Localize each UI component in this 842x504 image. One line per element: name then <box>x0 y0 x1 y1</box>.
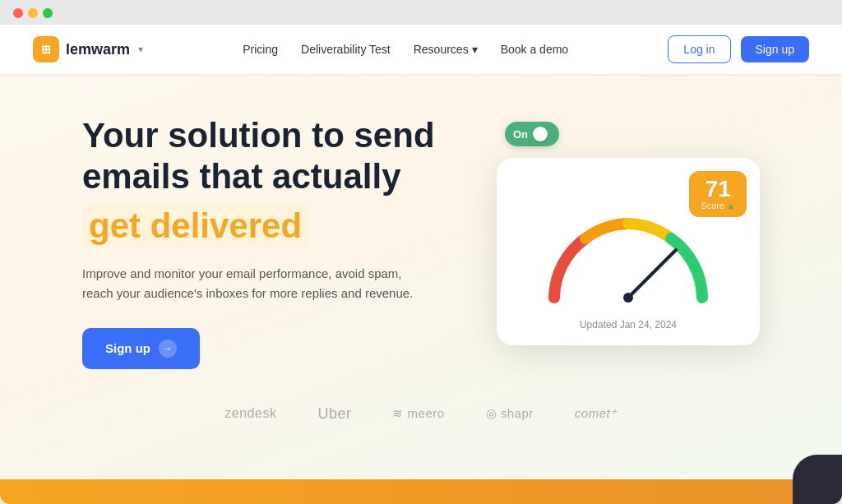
traffic-light-fullscreen[interactable] <box>43 8 53 18</box>
browser-content: ⊞ lemwarm ▾ Pricing Deliverability Test … <box>0 25 842 504</box>
score-trend-icon: ▲ <box>727 201 735 210</box>
hero-highlight: get delivered <box>82 205 308 247</box>
hero-right: On 71 Score ▲ <box>497 138 760 345</box>
brand-zendesk: zendesk <box>224 406 276 421</box>
toggle-label: On <box>513 128 528 141</box>
svg-point-1 <box>623 293 633 303</box>
logo-chevron-icon: ▾ <box>138 44 143 55</box>
bottom-decoration <box>0 479 842 504</box>
logo-text: lemwarm <box>66 41 130 58</box>
score-label: Score ▲ <box>701 201 735 210</box>
nav-link-book-demo[interactable]: Book a demo <box>501 43 569 56</box>
nav-link-resources[interactable]: Resources ▾ <box>414 43 478 56</box>
browser-chrome <box>0 0 842 25</box>
signup-hero-button[interactable]: Sign up → <box>82 328 200 369</box>
brand-meero: ≋ meero <box>392 406 444 421</box>
nav-link-deliverability[interactable]: Deliverability Test <box>301 43 391 56</box>
hero-left: Your solution to send emails that actual… <box>82 115 464 369</box>
browser-window: ⊞ lemwarm ▾ Pricing Deliverability Test … <box>0 0 842 504</box>
hero-title: Your solution to send emails that actual… <box>82 115 464 198</box>
brand-uber: Uber <box>317 405 351 423</box>
toggle-pill[interactable]: On <box>505 122 559 146</box>
signup-nav-button[interactable]: Sign up <box>741 36 809 62</box>
bottom-decoration-right <box>793 455 842 504</box>
brand-comet: comet⁺ <box>575 406 618 421</box>
hero-section: Your solution to send emails that actual… <box>0 74 842 386</box>
toggle-knob <box>533 127 548 141</box>
gauge-chart <box>538 207 719 314</box>
arrow-right-icon: → <box>159 340 177 358</box>
logo-area[interactable]: ⊞ lemwarm ▾ <box>33 36 143 62</box>
brand-shapr: ◎ shapr <box>486 406 534 421</box>
hero-subtitle: Improve and monitor your email performan… <box>82 264 428 303</box>
chevron-down-icon: ▾ <box>472 43 478 56</box>
navbar: ⊞ lemwarm ▾ Pricing Deliverability Test … <box>0 25 842 74</box>
nav-links: Pricing Deliverability Test Resources ▾ … <box>243 43 568 56</box>
score-badge: 71 Score ▲ <box>689 171 747 217</box>
nav-link-pricing[interactable]: Pricing <box>243 43 278 56</box>
traffic-lights <box>13 8 53 18</box>
traffic-light-close[interactable] <box>13 8 23 18</box>
updated-text: Updated Jan 24, 2024 <box>516 319 740 331</box>
traffic-light-minimize[interactable] <box>28 8 38 18</box>
svg-line-0 <box>628 250 676 298</box>
score-number: 71 <box>701 178 735 201</box>
logo-icon: ⊞ <box>33 36 59 62</box>
brands-section: zendesk Uber ≋ meero ◎ shapr comet⁺ <box>0 386 842 442</box>
login-button[interactable]: Log in <box>668 35 730 63</box>
nav-actions: Log in Sign up <box>668 35 809 63</box>
toggle-wrapper: On <box>505 122 559 146</box>
dashboard-card: 71 Score ▲ <box>497 158 760 345</box>
